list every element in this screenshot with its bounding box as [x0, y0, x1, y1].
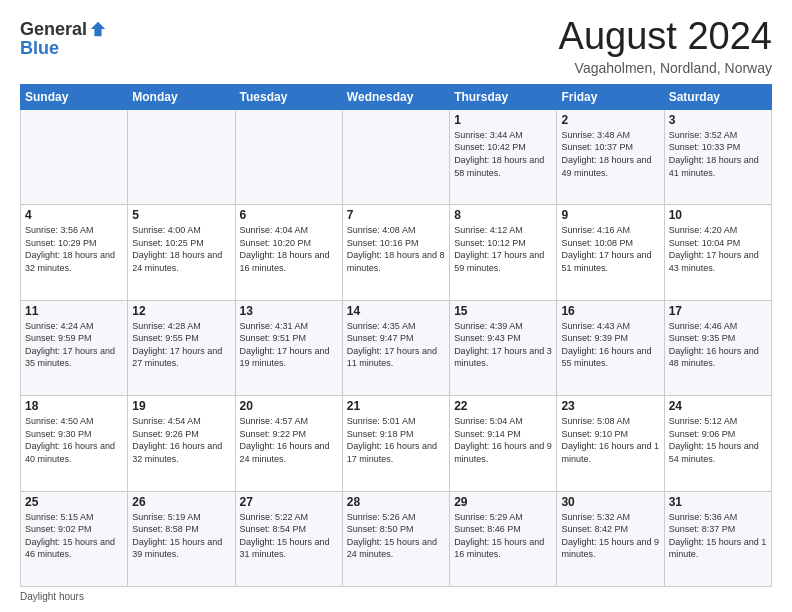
day-info-4: Sunrise: 3:56 AMSunset: 10:29 PMDaylight… [25, 224, 123, 274]
day-cell-0-4: 1Sunrise: 3:44 AMSunset: 10:42 PMDayligh… [450, 109, 557, 204]
day-info-18: Sunrise: 4:50 AMSunset: 9:30 PMDaylight:… [25, 415, 123, 465]
day-number-31: 31 [669, 495, 767, 509]
day-cell-4-4: 29Sunrise: 5:29 AMSunset: 8:46 PMDayligh… [450, 491, 557, 586]
day-info-12: Sunrise: 4:28 AMSunset: 9:55 PMDaylight:… [132, 320, 230, 370]
day-cell-1-3: 7Sunrise: 4:08 AMSunset: 10:16 PMDayligh… [342, 205, 449, 300]
day-cell-2-5: 16Sunrise: 4:43 AMSunset: 9:39 PMDayligh… [557, 300, 664, 395]
day-number-17: 17 [669, 304, 767, 318]
title-section: August 2024 Vagaholmen, Nordland, Norway [559, 16, 772, 76]
day-cell-2-3: 14Sunrise: 4:35 AMSunset: 9:47 PMDayligh… [342, 300, 449, 395]
day-cell-4-6: 31Sunrise: 5:36 AMSunset: 8:37 PMDayligh… [664, 491, 771, 586]
day-cell-3-5: 23Sunrise: 5:08 AMSunset: 9:10 PMDayligh… [557, 396, 664, 491]
day-info-7: Sunrise: 4:08 AMSunset: 10:16 PMDaylight… [347, 224, 445, 274]
day-info-16: Sunrise: 4:43 AMSunset: 9:39 PMDaylight:… [561, 320, 659, 370]
day-cell-1-4: 8Sunrise: 4:12 AMSunset: 10:12 PMDayligh… [450, 205, 557, 300]
week-row-2: 11Sunrise: 4:24 AMSunset: 9:59 PMDayligh… [21, 300, 772, 395]
day-info-2: Sunrise: 3:48 AMSunset: 10:37 PMDaylight… [561, 129, 659, 179]
day-info-5: Sunrise: 4:00 AMSunset: 10:25 PMDaylight… [132, 224, 230, 274]
day-cell-0-0 [21, 109, 128, 204]
day-number-21: 21 [347, 399, 445, 413]
day-number-1: 1 [454, 113, 552, 127]
day-info-19: Sunrise: 4:54 AMSunset: 9:26 PMDaylight:… [132, 415, 230, 465]
day-number-5: 5 [132, 208, 230, 222]
header: General Blue August 2024 Vagaholmen, Nor… [20, 16, 772, 76]
day-info-8: Sunrise: 4:12 AMSunset: 10:12 PMDaylight… [454, 224, 552, 274]
day-number-12: 12 [132, 304, 230, 318]
footer-note: Daylight hours [20, 591, 772, 602]
day-number-27: 27 [240, 495, 338, 509]
day-number-29: 29 [454, 495, 552, 509]
day-info-1: Sunrise: 3:44 AMSunset: 10:42 PMDaylight… [454, 129, 552, 179]
calendar-table: Sunday Monday Tuesday Wednesday Thursday… [20, 84, 772, 587]
day-cell-0-3 [342, 109, 449, 204]
day-number-18: 18 [25, 399, 123, 413]
week-row-0: 1Sunrise: 3:44 AMSunset: 10:42 PMDayligh… [21, 109, 772, 204]
day-info-31: Sunrise: 5:36 AMSunset: 8:37 PMDaylight:… [669, 511, 767, 561]
day-cell-0-6: 3Sunrise: 3:52 AMSunset: 10:33 PMDayligh… [664, 109, 771, 204]
day-info-30: Sunrise: 5:32 AMSunset: 8:42 PMDaylight:… [561, 511, 659, 561]
day-number-2: 2 [561, 113, 659, 127]
day-info-25: Sunrise: 5:15 AMSunset: 9:02 PMDaylight:… [25, 511, 123, 561]
header-tuesday: Tuesday [235, 84, 342, 109]
main-title: August 2024 [559, 16, 772, 58]
day-number-28: 28 [347, 495, 445, 509]
day-info-6: Sunrise: 4:04 AMSunset: 10:20 PMDaylight… [240, 224, 338, 274]
day-cell-4-0: 25Sunrise: 5:15 AMSunset: 9:02 PMDayligh… [21, 491, 128, 586]
day-number-11: 11 [25, 304, 123, 318]
day-cell-3-4: 22Sunrise: 5:04 AMSunset: 9:14 PMDayligh… [450, 396, 557, 491]
day-number-13: 13 [240, 304, 338, 318]
header-friday: Friday [557, 84, 664, 109]
day-cell-1-1: 5Sunrise: 4:00 AMSunset: 10:25 PMDayligh… [128, 205, 235, 300]
header-wednesday: Wednesday [342, 84, 449, 109]
day-cell-3-1: 19Sunrise: 4:54 AMSunset: 9:26 PMDayligh… [128, 396, 235, 491]
day-cell-3-0: 18Sunrise: 4:50 AMSunset: 9:30 PMDayligh… [21, 396, 128, 491]
day-info-10: Sunrise: 4:20 AMSunset: 10:04 PMDaylight… [669, 224, 767, 274]
day-cell-0-5: 2Sunrise: 3:48 AMSunset: 10:37 PMDayligh… [557, 109, 664, 204]
logo-icon [89, 20, 107, 38]
day-number-10: 10 [669, 208, 767, 222]
day-cell-1-6: 10Sunrise: 4:20 AMSunset: 10:04 PMDaylig… [664, 205, 771, 300]
day-info-26: Sunrise: 5:19 AMSunset: 8:58 PMDaylight:… [132, 511, 230, 561]
day-cell-4-1: 26Sunrise: 5:19 AMSunset: 8:58 PMDayligh… [128, 491, 235, 586]
day-info-27: Sunrise: 5:22 AMSunset: 8:54 PMDaylight:… [240, 511, 338, 561]
day-number-8: 8 [454, 208, 552, 222]
day-number-23: 23 [561, 399, 659, 413]
day-number-24: 24 [669, 399, 767, 413]
day-cell-1-5: 9Sunrise: 4:16 AMSunset: 10:08 PMDayligh… [557, 205, 664, 300]
day-cell-3-3: 21Sunrise: 5:01 AMSunset: 9:18 PMDayligh… [342, 396, 449, 491]
day-number-25: 25 [25, 495, 123, 509]
day-number-20: 20 [240, 399, 338, 413]
day-info-24: Sunrise: 5:12 AMSunset: 9:06 PMDaylight:… [669, 415, 767, 465]
day-cell-0-2 [235, 109, 342, 204]
svg-marker-0 [91, 22, 105, 36]
day-cell-3-2: 20Sunrise: 4:57 AMSunset: 9:22 PMDayligh… [235, 396, 342, 491]
day-number-7: 7 [347, 208, 445, 222]
day-cell-2-2: 13Sunrise: 4:31 AMSunset: 9:51 PMDayligh… [235, 300, 342, 395]
day-info-29: Sunrise: 5:29 AMSunset: 8:46 PMDaylight:… [454, 511, 552, 561]
day-number-30: 30 [561, 495, 659, 509]
logo-general-text: General [20, 20, 87, 38]
day-number-9: 9 [561, 208, 659, 222]
day-info-17: Sunrise: 4:46 AMSunset: 9:35 PMDaylight:… [669, 320, 767, 370]
day-number-6: 6 [240, 208, 338, 222]
day-cell-4-3: 28Sunrise: 5:26 AMSunset: 8:50 PMDayligh… [342, 491, 449, 586]
day-number-26: 26 [132, 495, 230, 509]
header-sunday: Sunday [21, 84, 128, 109]
day-cell-4-5: 30Sunrise: 5:32 AMSunset: 8:42 PMDayligh… [557, 491, 664, 586]
week-row-4: 25Sunrise: 5:15 AMSunset: 9:02 PMDayligh… [21, 491, 772, 586]
day-number-16: 16 [561, 304, 659, 318]
header-saturday: Saturday [664, 84, 771, 109]
day-number-14: 14 [347, 304, 445, 318]
week-row-1: 4Sunrise: 3:56 AMSunset: 10:29 PMDayligh… [21, 205, 772, 300]
day-cell-2-6: 17Sunrise: 4:46 AMSunset: 9:35 PMDayligh… [664, 300, 771, 395]
day-info-20: Sunrise: 4:57 AMSunset: 9:22 PMDaylight:… [240, 415, 338, 465]
day-info-13: Sunrise: 4:31 AMSunset: 9:51 PMDaylight:… [240, 320, 338, 370]
day-cell-2-4: 15Sunrise: 4:39 AMSunset: 9:43 PMDayligh… [450, 300, 557, 395]
day-cell-3-6: 24Sunrise: 5:12 AMSunset: 9:06 PMDayligh… [664, 396, 771, 491]
header-thursday: Thursday [450, 84, 557, 109]
header-monday: Monday [128, 84, 235, 109]
day-info-23: Sunrise: 5:08 AMSunset: 9:10 PMDaylight:… [561, 415, 659, 465]
day-info-14: Sunrise: 4:35 AMSunset: 9:47 PMDaylight:… [347, 320, 445, 370]
logo: General Blue [20, 20, 107, 59]
day-number-22: 22 [454, 399, 552, 413]
